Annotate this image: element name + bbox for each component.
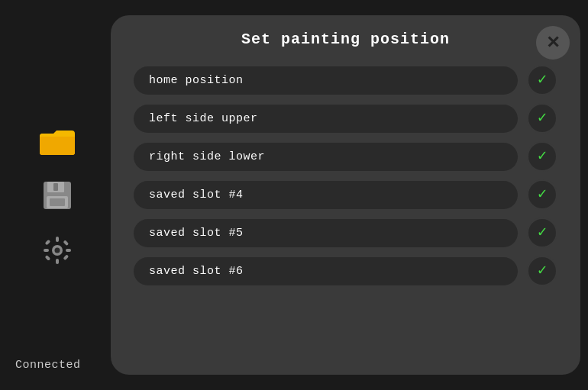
- checkmark-icon-3: ✓: [538, 149, 547, 164]
- svg-rect-10: [56, 237, 59, 242]
- connected-label: Connected: [15, 359, 81, 372]
- close-icon: ✕: [546, 34, 560, 51]
- svg-rect-14: [45, 239, 51, 245]
- slot-label-4[interactable]: saved slot #4: [134, 181, 518, 209]
- svg-rect-13: [66, 249, 71, 252]
- svg-rect-17: [63, 254, 69, 260]
- slot-label-2[interactable]: left side upper: [134, 105, 518, 133]
- checkmark-icon-6: ✓: [538, 263, 547, 279]
- svg-point-9: [55, 247, 60, 253]
- slot-label-1[interactable]: home position: [134, 66, 518, 95]
- dialog-panel: Set painting position ✕ home position ✓ …: [111, 15, 580, 375]
- close-button[interactable]: ✕: [536, 26, 570, 60]
- svg-rect-12: [44, 249, 49, 252]
- floppy-icon[interactable]: [39, 177, 76, 214]
- svg-rect-16: [45, 255, 51, 261]
- slot-check-4[interactable]: ✓: [527, 179, 557, 210]
- connected-status: Connected: [15, 359, 81, 372]
- checkmark-icon-4: ✓: [538, 187, 547, 202]
- slot-check-2[interactable]: ✓: [527, 103, 557, 134]
- list-item: saved slot #5 ✓: [134, 218, 557, 248]
- dialog-title: Set painting position: [241, 31, 450, 48]
- list-item: left side upper ✓: [134, 103, 557, 134]
- svg-rect-11: [56, 259, 59, 264]
- folder-icon[interactable]: [39, 122, 76, 159]
- slot-label-3[interactable]: right side lower: [134, 143, 518, 171]
- slot-check-1[interactable]: ✓: [527, 65, 557, 95]
- svg-rect-15: [63, 240, 69, 246]
- slot-check-5[interactable]: ✓: [527, 218, 557, 248]
- checkmark-icon-5: ✓: [538, 225, 547, 240]
- slot-check-6[interactable]: ✓: [527, 256, 557, 286]
- sidebar: [0, 0, 115, 390]
- gear-icon[interactable]: [39, 232, 76, 269]
- list-item: saved slot #6 ✓: [134, 256, 557, 286]
- list-item: saved slot #4 ✓: [134, 179, 557, 210]
- slot-list: home position ✓ left side upper ✓ right …: [134, 65, 557, 286]
- checkmark-icon-2: ✓: [538, 111, 547, 126]
- checkmark-icon-1: ✓: [538, 73, 547, 88]
- svg-rect-7: [50, 198, 65, 206]
- slot-label-6[interactable]: saved slot #6: [134, 257, 518, 285]
- list-item: home position ✓: [134, 65, 557, 95]
- svg-rect-5: [53, 183, 58, 191]
- svg-rect-2: [40, 137, 75, 155]
- slot-check-3[interactable]: ✓: [527, 141, 557, 172]
- slot-label-5[interactable]: saved slot #5: [134, 219, 518, 247]
- list-item: right side lower ✓: [134, 141, 557, 172]
